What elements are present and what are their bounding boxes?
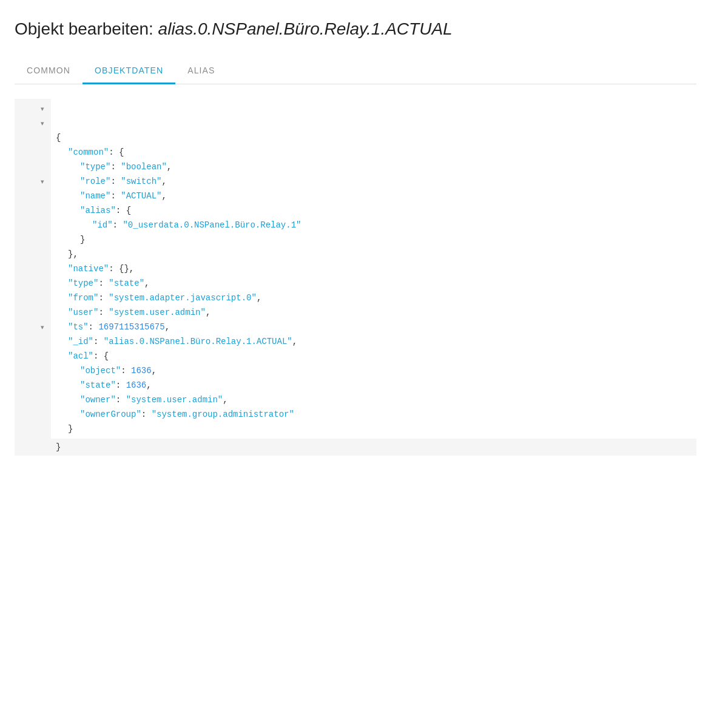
collapse-toggle-icon[interactable]: ▾ bbox=[39, 105, 46, 113]
json-line: "id": "0_userdata.0.NSPanel.Büro.Relay.1… bbox=[56, 218, 696, 232]
json-line: "user": "system.user.admin", bbox=[56, 305, 696, 320]
json-line: "alias": { bbox=[56, 203, 696, 218]
tab-common[interactable]: COMMON bbox=[15, 58, 83, 84]
collapse-toggle-icon[interactable]: ▾ bbox=[39, 323, 46, 331]
last-line-content: } bbox=[51, 439, 696, 456]
json-line: "_id": "alias.0.NSPanel.Büro.Relay.1.ACT… bbox=[56, 334, 696, 349]
json-content: {"common": {"type": "boolean","role": "s… bbox=[51, 99, 696, 439]
line-gutter: ▾▾▾▾ bbox=[15, 99, 51, 439]
json-line: "ts": 1697115315675, bbox=[56, 320, 696, 334]
title-prefix: Objekt bearbeiten: bbox=[15, 19, 158, 38]
json-line: } bbox=[56, 422, 696, 436]
json-line: "object": 1636, bbox=[56, 363, 696, 378]
gutter-line[interactable]: ▾ bbox=[39, 101, 46, 116]
json-line: }, bbox=[56, 247, 696, 261]
tab-alias[interactable]: ALIAS bbox=[175, 58, 227, 84]
json-line: "name": "ACTUAL", bbox=[56, 189, 696, 203]
json-line: "state": 1636, bbox=[56, 378, 696, 393]
json-viewer: ▾▾▾▾ {"common": {"type": "boolean","role… bbox=[15, 99, 696, 439]
json-line: "common": { bbox=[56, 145, 696, 160]
json-line: "role": "switch", bbox=[56, 174, 696, 189]
tab-objektdaten[interactable]: OBJEKTDATEN bbox=[83, 58, 175, 84]
gutter-line[interactable]: ▾ bbox=[39, 116, 46, 130]
gutter-line[interactable]: ▾ bbox=[39, 174, 46, 189]
last-line-container: } bbox=[15, 439, 696, 456]
json-line: "owner": "system.user.admin", bbox=[56, 393, 696, 407]
collapse-toggle-icon[interactable]: ▾ bbox=[39, 178, 46, 186]
json-line: "type": "boolean", bbox=[56, 160, 696, 174]
json-line: "type": "state", bbox=[56, 276, 696, 291]
title-object: alias.0.NSPanel.Büro.Relay.1.ACTUAL bbox=[158, 19, 453, 38]
last-line-gutter bbox=[15, 439, 51, 456]
page-title: Objekt bearbeiten: alias.0.NSPanel.Büro.… bbox=[15, 19, 696, 39]
json-line: "from": "system.adapter.javascript.0", bbox=[56, 291, 696, 305]
json-line: "native": {}, bbox=[56, 261, 696, 276]
collapse-toggle-icon[interactable]: ▾ bbox=[39, 120, 46, 127]
json-line: } bbox=[56, 232, 696, 247]
json-line: { bbox=[56, 130, 696, 145]
tabs-bar: COMMONOBJEKTDATENALIAS bbox=[15, 58, 696, 84]
gutter-line[interactable]: ▾ bbox=[39, 320, 46, 334]
json-line: "ownerGroup": "system.group.administrato… bbox=[56, 407, 696, 422]
json-line: "acl": { bbox=[56, 349, 696, 363]
